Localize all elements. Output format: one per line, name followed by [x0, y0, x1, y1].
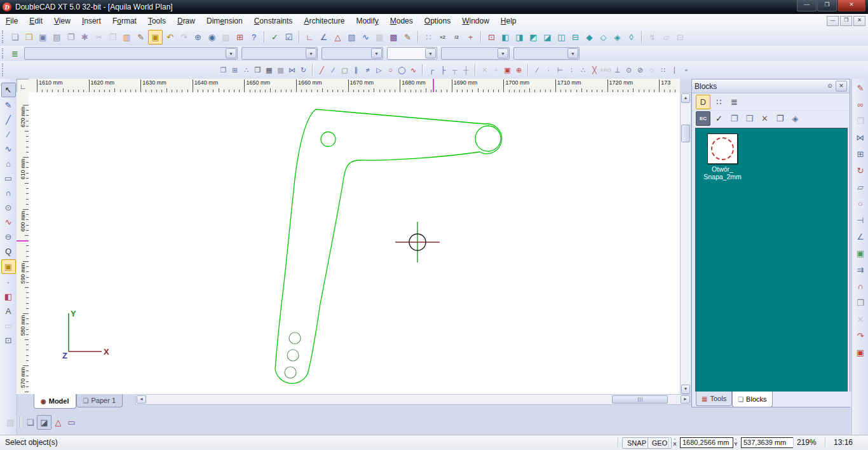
- scale-half[interactable]: /2: [450, 31, 463, 44]
- tab-model[interactable]: ◉Model: [34, 394, 76, 409]
- block-replace[interactable]: ❒: [743, 112, 756, 125]
- insert-block-tool[interactable]: ▣: [148, 30, 163, 44]
- eraser[interactable]: ✎: [854, 81, 867, 95]
- zoom-window[interactable]: ◉: [205, 31, 219, 44]
- part-outline[interactable]: [275, 109, 502, 383]
- meet-corner[interactable]: ┼: [461, 64, 471, 76]
- combo-dropdown-arrow[interactable]: ▼: [498, 48, 508, 58]
- roof-tool[interactable]: ▩: [387, 31, 400, 44]
- settings-gear[interactable]: ✱: [78, 31, 92, 44]
- palette-tab-blocks[interactable]: ❏Blocks: [732, 392, 772, 407]
- horizontal-scrollbar[interactable]: ◄ ►: [135, 394, 691, 405]
- ucs-origin[interactable]: ∟: [303, 31, 316, 44]
- trim-corner[interactable]: ┬: [449, 64, 460, 76]
- menu-constraints[interactable]: Constraints: [248, 14, 299, 28]
- construction-line[interactable]: ∕: [328, 64, 339, 76]
- array-modify[interactable]: ⊞: [854, 147, 867, 161]
- y-coordinate-field[interactable]: 537,3639 mm: [741, 437, 794, 448]
- menu-architecture[interactable]: Architecture: [298, 14, 350, 28]
- view-iso-se[interactable]: ◈: [611, 31, 624, 44]
- rectangle-tool[interactable]: ▭: [2, 172, 15, 185]
- snap-from[interactable]: FRO: [600, 64, 611, 76]
- line-width-input[interactable]: ▼: [387, 47, 437, 60]
- ruler-origin-icon[interactable]: ∟: [17, 79, 30, 93]
- snap-grid[interactable]: ∷: [658, 64, 668, 76]
- arc-modify[interactable]: ↷: [854, 329, 867, 343]
- view-top[interactable]: ◧: [499, 31, 512, 44]
- combo-dropdown-arrow[interactable]: ▼: [425, 48, 436, 58]
- view-bottom[interactable]: ◨: [513, 31, 526, 44]
- view-back[interactable]: ⊟: [569, 31, 582, 44]
- part-hole-small[interactable]: [321, 132, 336, 147]
- copy-modify[interactable]: ❐: [854, 114, 867, 128]
- snap-move[interactable]: +: [464, 31, 477, 44]
- mdi-close-button[interactable]: ✕: [853, 16, 865, 26]
- array-dense[interactable]: ▩: [275, 64, 286, 76]
- world-marker[interactable]: ⊕: [513, 64, 524, 76]
- segment-tool[interactable]: ∕: [2, 128, 15, 141]
- copy-entities[interactable]: ❐: [218, 64, 229, 76]
- explode[interactable]: ✕: [479, 64, 490, 76]
- rect-region[interactable]: ▢: [339, 64, 350, 76]
- mdi-minimize-button[interactable]: —: [827, 16, 839, 26]
- close-icon[interactable]: ✕: [836, 81, 847, 92]
- rotate-copy[interactable]: ↻: [298, 64, 309, 76]
- view-iso-nw[interactable]: ◇: [597, 31, 610, 44]
- degrade-warning[interactable]: △: [51, 416, 65, 429]
- snap-apparent[interactable]: ∘: [681, 64, 691, 76]
- dimension-tool[interactable]: ▭: [2, 319, 15, 332]
- snap-vertex[interactable]: ∙: [543, 64, 554, 76]
- menu-modify[interactable]: Modify: [350, 14, 384, 28]
- stretch[interactable]: ▱: [854, 181, 867, 194]
- angle-reference[interactable]: ∠: [317, 31, 330, 44]
- print-preview[interactable]: ❐: [64, 31, 78, 44]
- group[interactable]: ❐: [854, 296, 867, 310]
- explode-modify[interactable]: ✕: [854, 313, 867, 326]
- ellipse-tool[interactable]: ⊖: [2, 230, 15, 243]
- camera-view[interactable]: ⊡: [485, 31, 498, 44]
- paste[interactable]: ▥: [120, 31, 133, 44]
- line[interactable]: ╱: [316, 64, 327, 76]
- split[interactable]: ⊣: [854, 214, 867, 227]
- block-delete[interactable]: ✕: [758, 112, 771, 125]
- horizontal-ruler[interactable]: 1610 mm1620 mm1630 mm1640 mm1650 mm1660 …: [29, 79, 680, 93]
- toolbar-grip[interactable]: [2, 64, 5, 76]
- pan[interactable]: ⊕: [191, 31, 205, 44]
- format-check[interactable]: ☑: [282, 31, 295, 44]
- view-iso-ne[interactable]: ◆: [583, 31, 596, 44]
- snap-ortho[interactable]: ∣: [669, 64, 680, 76]
- scroll-left-arrow[interactable]: ◄: [137, 395, 146, 404]
- fillet-modify[interactable]: ∩: [854, 280, 867, 293]
- cut[interactable]: ✂: [92, 31, 105, 44]
- arc-tool[interactable]: ∩: [2, 186, 15, 200]
- restore-button[interactable]: ❐: [817, 0, 837, 11]
- help[interactable]: ?: [247, 31, 261, 44]
- scale[interactable]: ○: [854, 197, 867, 210]
- part-hole-large[interactable]: [475, 126, 501, 151]
- offset[interactable]: ∥: [351, 64, 362, 76]
- brush-style[interactable]: ✎: [401, 31, 414, 44]
- node-edit[interactable]: ✎: [2, 99, 15, 112]
- combo-dropdown-arrow[interactable]: ▼: [226, 48, 236, 58]
- plot-layout[interactable]: ▣: [854, 346, 867, 359]
- select-by-boundary[interactable]: ▱: [660, 31, 673, 44]
- vertical-scroll-thumb[interactable]: [681, 125, 690, 142]
- circle-tool[interactable]: ⊙: [2, 201, 15, 214]
- scroll-right-arrow[interactable]: ►: [681, 395, 690, 404]
- snap-divide[interactable]: ∴: [578, 64, 588, 76]
- block-paste[interactable]: ❐: [773, 112, 787, 125]
- bend[interactable]: ∠: [854, 230, 867, 243]
- rotate[interactable]: ↻: [854, 164, 867, 177]
- select-tool[interactable]: ↖: [1, 83, 16, 97]
- horizontal-scroll-thumb[interactable]: [612, 395, 668, 404]
- copy-mirror[interactable]: ❒: [252, 64, 263, 76]
- blocks-view-list[interactable]: ≣: [728, 95, 741, 109]
- circle[interactable]: ○: [385, 64, 396, 76]
- ellipse[interactable]: ◯: [397, 64, 407, 76]
- array-radial[interactable]: ∴: [241, 64, 252, 76]
- wall-tool[interactable]: ▦: [373, 31, 386, 44]
- fillet[interactable]: ┌: [426, 64, 437, 76]
- menu-options[interactable]: Options: [419, 14, 456, 28]
- mirror[interactable]: ⋈: [287, 64, 297, 76]
- tab-paper-1[interactable]: ❏Paper 1: [76, 394, 123, 407]
